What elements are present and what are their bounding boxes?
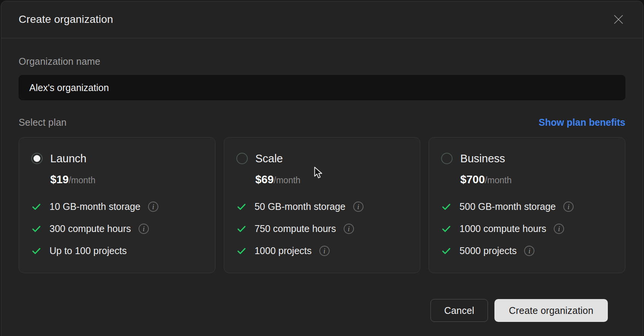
feature-row: 500 GB-month storage i bbox=[441, 201, 614, 213]
plan-title-row: Launch bbox=[31, 150, 204, 166]
feature-list: 500 GB-month storage i 1000 compute hour… bbox=[441, 201, 614, 257]
feature-row: 750 compute hours i bbox=[236, 223, 409, 235]
info-icon[interactable]: i bbox=[148, 202, 158, 212]
check-icon bbox=[441, 202, 451, 212]
create-organization-button[interactable]: Create organization bbox=[494, 299, 608, 322]
plan-name: Scale bbox=[255, 152, 283, 165]
check-icon bbox=[31, 224, 41, 234]
plan-price-row: $19/month bbox=[50, 173, 204, 188]
info-icon[interactable]: i bbox=[563, 202, 574, 212]
feature-row: Up to 100 projects bbox=[31, 245, 204, 257]
plan-card[interactable]: Scale $69/month 50 GB-month storage i 75… bbox=[224, 137, 421, 273]
feature-list: 50 GB-month storage i 750 compute hours … bbox=[236, 201, 409, 257]
check-icon bbox=[31, 202, 41, 212]
feature-text: 5000 projects bbox=[459, 245, 516, 256]
plan-price: $700 bbox=[460, 173, 485, 186]
feature-text: 500 GB-month storage bbox=[459, 201, 556, 212]
feature-text: 1000 projects bbox=[255, 245, 312, 256]
feature-list: 10 GB-month storage i 300 compute hours … bbox=[31, 201, 204, 257]
plan-period: /month bbox=[485, 175, 512, 186]
info-icon[interactable]: i bbox=[139, 224, 149, 234]
check-icon bbox=[441, 246, 451, 256]
plan-price: $19 bbox=[50, 173, 69, 186]
dialog-body: Organization name Select plan Show plan … bbox=[1, 38, 643, 322]
plan-price-row: $69/month bbox=[255, 173, 409, 188]
plan-name: Launch bbox=[50, 152, 86, 165]
feature-row: 5000 projects i bbox=[441, 245, 614, 257]
plan-radio[interactable] bbox=[441, 153, 453, 164]
info-icon[interactable]: i bbox=[554, 224, 564, 234]
check-icon bbox=[236, 202, 247, 212]
plan-card[interactable]: Business $700/month 500 GB-month storage… bbox=[429, 137, 625, 273]
plan-radio[interactable] bbox=[31, 153, 43, 164]
feature-row: 1000 compute hours i bbox=[441, 223, 614, 235]
feature-row: 1000 projects i bbox=[236, 245, 409, 257]
check-icon bbox=[441, 224, 451, 234]
dialog-header: Create organization bbox=[1, 1, 643, 38]
check-icon bbox=[236, 224, 247, 234]
feature-row: 10 GB-month storage i bbox=[31, 201, 204, 213]
select-plan-label: Select plan bbox=[19, 117, 67, 128]
info-icon[interactable]: i bbox=[344, 224, 354, 234]
feature-row: 50 GB-month storage i bbox=[236, 201, 409, 213]
cancel-button[interactable]: Cancel bbox=[430, 299, 488, 322]
org-name-input[interactable] bbox=[19, 75, 625, 100]
feature-text: 50 GB-month storage bbox=[255, 201, 346, 212]
info-icon[interactable]: i bbox=[353, 202, 363, 212]
dialog-title: Create organization bbox=[19, 13, 113, 26]
info-icon[interactable]: i bbox=[524, 246, 534, 256]
plan-period: /month bbox=[69, 175, 95, 186]
check-icon bbox=[31, 246, 41, 256]
plan-card[interactable]: Launch $19/month 10 GB-month storage i 3… bbox=[19, 137, 215, 273]
info-icon[interactable]: i bbox=[319, 246, 330, 256]
feature-text: 750 compute hours bbox=[255, 223, 336, 234]
plan-period: /month bbox=[274, 175, 300, 186]
plan-title-row: Business bbox=[441, 150, 614, 166]
plan-cards: Launch $19/month 10 GB-month storage i 3… bbox=[19, 137, 625, 273]
feature-row: 300 compute hours i bbox=[31, 223, 204, 235]
feature-text: 1000 compute hours bbox=[459, 223, 546, 234]
feature-text: 300 compute hours bbox=[49, 223, 131, 234]
dialog-footer: Cancel Create organization bbox=[19, 273, 625, 322]
plan-radio[interactable] bbox=[236, 153, 248, 164]
feature-text: 10 GB-month storage bbox=[49, 201, 140, 212]
plan-header-row: Select plan Show plan benefits bbox=[19, 117, 625, 128]
create-organization-dialog: Create organization Organization name Se… bbox=[1, 1, 643, 336]
plan-price: $69 bbox=[255, 173, 274, 186]
plan-name: Business bbox=[460, 152, 505, 165]
org-name-label: Organization name bbox=[19, 56, 625, 67]
feature-text: Up to 100 projects bbox=[49, 245, 127, 256]
plan-title-row: Scale bbox=[236, 150, 409, 166]
plan-price-row: $700/month bbox=[460, 173, 614, 188]
x-icon bbox=[613, 14, 624, 25]
check-icon bbox=[236, 246, 247, 256]
close-button[interactable] bbox=[611, 12, 626, 27]
show-plan-benefits-link[interactable]: Show plan benefits bbox=[539, 117, 625, 128]
